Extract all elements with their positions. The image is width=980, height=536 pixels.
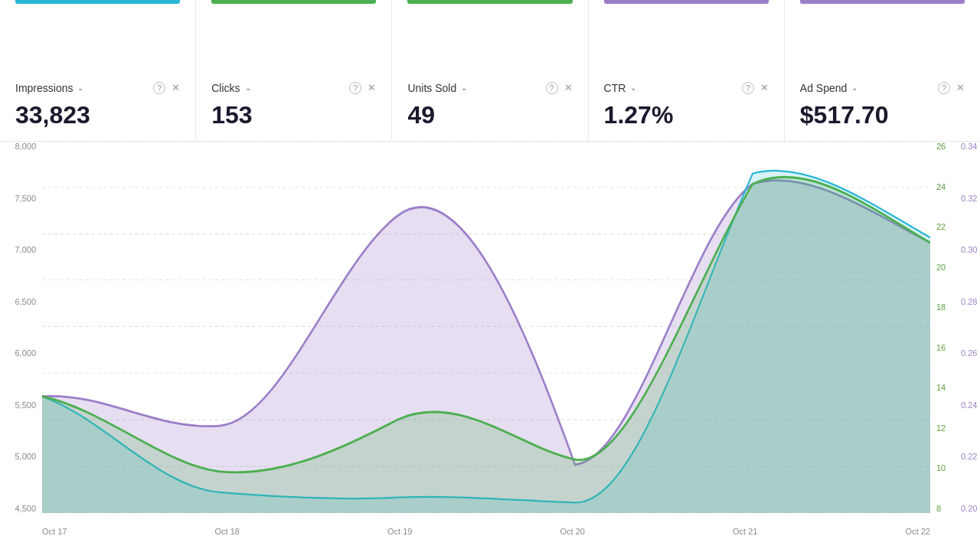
ad-spend-chevron-icon[interactable]: ⌄ <box>851 83 858 92</box>
impressions-close-icon[interactable]: ✕ <box>172 82 180 93</box>
units-sold-close-icon[interactable]: ✕ <box>564 82 573 93</box>
y-green-18: 18 <box>936 302 946 312</box>
y-green-8: 8 <box>936 504 941 513</box>
ad-spend-actions: ? ✕ <box>938 82 965 94</box>
y-left-label-5000: 5,000 <box>15 452 36 461</box>
clicks-value: 153 <box>211 102 376 129</box>
x-label-oct18: Oct 18 <box>215 527 240 536</box>
y-purple-032: 0.32 <box>961 194 977 203</box>
clicks-bar <box>211 0 376 4</box>
y-axis-left: 8,000 7,500 7,000 6,500 6,000 5,500 5,00… <box>0 142 42 513</box>
units-sold-value: 49 <box>407 102 572 129</box>
ctr-close-icon[interactable]: ✕ <box>760 82 769 93</box>
y-axis-right-green: 26 24 22 20 18 16 14 12 10 8 <box>933 142 956 513</box>
impressions-bar <box>15 0 180 4</box>
clicks-header: Clicks ⌄ ? ✕ <box>211 82 376 94</box>
metric-card-ad-spend: Ad Spend ⌄ ? ✕ $517.70 <box>785 0 980 141</box>
chart-svg <box>42 142 930 513</box>
impressions-help-icon[interactable]: ? <box>153 82 165 94</box>
y-purple-028: 0.28 <box>961 297 977 306</box>
x-label-oct21: Oct 21 <box>733 527 757 536</box>
y-green-22: 22 <box>936 222 946 231</box>
y-green-20: 20 <box>936 263 946 272</box>
y-purple-020: 0.20 <box>961 504 977 513</box>
y-purple-024: 0.24 <box>961 400 977 410</box>
y-green-26: 26 <box>936 142 946 151</box>
metrics-bar: Impressions ⌄ ? ✕ 33,823 Clicks ⌄ ? ✕ 15… <box>0 0 980 142</box>
x-label-oct20: Oct 20 <box>560 527 585 536</box>
y-axis-right-purple: 0.34 0.32 0.30 0.28 0.26 0.24 0.22 0.20 <box>957 142 980 513</box>
impressions-value: 33,823 <box>15 102 180 129</box>
y-left-label-5500: 5,500 <box>15 400 36 410</box>
x-label-oct22: Oct 22 <box>906 527 930 536</box>
units-sold-bar <box>407 0 572 4</box>
y-green-10: 10 <box>936 463 946 472</box>
ad-spend-header: Ad Spend ⌄ ? ✕ <box>800 82 965 94</box>
impressions-actions: ? ✕ <box>153 82 180 94</box>
ctr-chevron-icon[interactable]: ⌄ <box>630 83 636 92</box>
y-left-label-6500: 6,500 <box>15 297 36 306</box>
ctr-value: 1.27% <box>604 102 769 129</box>
ad-spend-label: Ad Spend <box>800 82 848 94</box>
clicks-help-icon[interactable]: ? <box>349 82 361 94</box>
y-left-label-8000: 8,000 <box>15 142 36 151</box>
ad-spend-value: $517.70 <box>800 102 965 129</box>
x-label-oct19: Oct 19 <box>387 527 412 536</box>
ad-spend-bar <box>800 0 965 4</box>
impressions-label: Impressions <box>15 82 73 94</box>
y-purple-030: 0.30 <box>961 245 977 254</box>
metric-card-ctr: CTR ⌄ ? ✕ 1.27% <box>589 0 785 141</box>
ctr-actions: ? ✕ <box>742 82 769 94</box>
ctr-header: CTR ⌄ ? ✕ <box>604 82 769 94</box>
units-sold-label: Units Sold <box>407 82 456 94</box>
units-sold-header: Units Sold ⌄ ? ✕ <box>407 82 572 94</box>
units-sold-help-icon[interactable]: ? <box>546 82 558 94</box>
clicks-label: Clicks <box>211 82 240 94</box>
y-left-label-7500: 7,500 <box>15 194 36 203</box>
ad-spend-close-icon[interactable]: ✕ <box>956 82 965 93</box>
y-green-12: 12 <box>936 423 946 433</box>
y-purple-034: 0.34 <box>961 142 977 151</box>
x-label-oct17: Oct 17 <box>42 527 67 536</box>
metric-card-units-sold: Units Sold ⌄ ? ✕ 49 <box>392 0 588 141</box>
metric-card-impressions: Impressions ⌄ ? ✕ 33,823 <box>0 0 196 141</box>
ctr-bar <box>604 0 769 4</box>
ad-spend-help-icon[interactable]: ? <box>938 82 950 94</box>
x-axis: Oct 17 Oct 18 Oct 19 Oct 20 Oct 21 Oct 2… <box>42 527 930 536</box>
clicks-close-icon[interactable]: ✕ <box>368 82 376 93</box>
ctr-help-icon[interactable]: ? <box>742 82 754 94</box>
metric-card-clicks: Clicks ⌄ ? ✕ 153 <box>196 0 392 141</box>
units-sold-chevron-icon[interactable]: ⌄ <box>461 83 467 92</box>
units-sold-actions: ? ✕ <box>546 82 573 94</box>
y-green-16: 16 <box>936 343 946 352</box>
y-left-label-7000: 7,000 <box>15 245 36 254</box>
clicks-chevron-icon[interactable]: ⌄ <box>245 83 251 92</box>
clicks-actions: ? ✕ <box>349 82 376 94</box>
y-green-14: 14 <box>936 383 946 392</box>
ctr-label: CTR <box>604 82 626 94</box>
y-left-label-6000: 6,000 <box>15 348 36 358</box>
y-purple-026: 0.26 <box>961 348 977 358</box>
y-purple-022: 0.22 <box>961 452 977 461</box>
impressions-chevron-icon[interactable]: ⌄ <box>77 83 83 92</box>
y-left-label-4500: 4,500 <box>15 504 36 513</box>
y-green-24: 24 <box>936 182 946 191</box>
impressions-header: Impressions ⌄ ? ✕ <box>15 82 180 94</box>
chart-area: 8,000 7,500 7,000 6,500 6,000 5,500 5,00… <box>0 142 980 536</box>
